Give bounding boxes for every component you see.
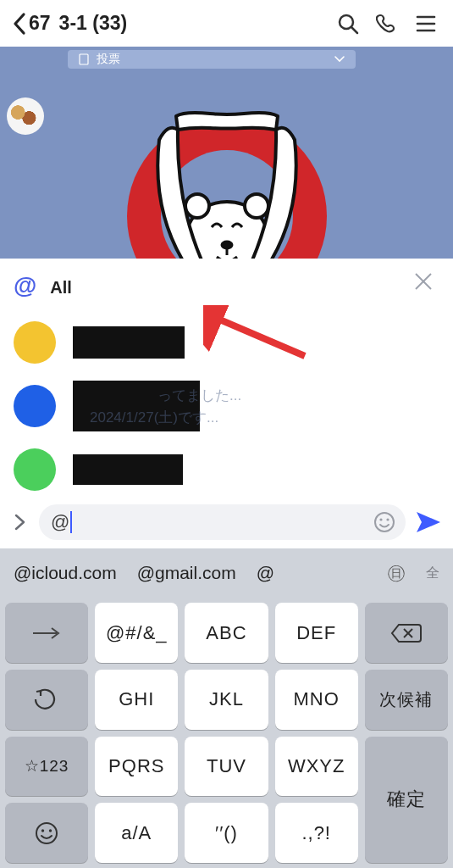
chevron-right-icon xyxy=(14,514,27,531)
suggestion[interactable]: @icloud.com xyxy=(14,563,117,583)
preview-text: ってました... xyxy=(157,386,241,405)
close-button[interactable] xyxy=(412,270,434,292)
backspace-icon xyxy=(390,622,423,644)
emoji-button[interactable] xyxy=(373,511,395,533)
key-punct[interactable]: .,?! xyxy=(275,803,358,863)
pinned-label: 投票 xyxy=(97,52,120,67)
menu-button[interactable] xyxy=(411,8,441,39)
svg-rect-5 xyxy=(80,54,88,64)
back-button[interactable]: 67 xyxy=(12,12,51,36)
chevron-down-icon xyxy=(334,55,345,64)
undo-icon xyxy=(34,687,59,712)
suggestion[interactable]: @ xyxy=(257,563,274,583)
message-input[interactable]: @ xyxy=(39,504,406,540)
user-name-redacted xyxy=(73,454,183,485)
svg-point-19 xyxy=(386,519,389,521)
key-tuv[interactable]: TUV xyxy=(185,737,268,797)
mention-all[interactable]: All xyxy=(50,278,72,298)
key-quotes[interactable]: ′′() xyxy=(185,803,268,863)
suggestion[interactable]: @gmail.com xyxy=(137,563,236,583)
candidate-icon[interactable]: ㊐ xyxy=(387,560,406,586)
svg-point-24 xyxy=(41,829,44,832)
key-wxyz[interactable]: WXYZ xyxy=(275,737,358,797)
preview-text: 2024/1/27(土)です... xyxy=(90,408,218,427)
suggestion-tag: 全 xyxy=(426,565,439,582)
search-icon xyxy=(337,13,359,35)
key-case[interactable]: a/A xyxy=(95,803,178,863)
user-name-redacted xyxy=(73,326,185,359)
key-symbols[interactable]: @#/&_ xyxy=(95,603,178,663)
arrow-right-icon xyxy=(30,625,64,642)
input-value: @ xyxy=(51,511,69,533)
svg-point-10 xyxy=(245,194,268,218)
svg-point-18 xyxy=(379,519,382,521)
svg-line-16 xyxy=(210,315,305,356)
svg-point-23 xyxy=(36,823,57,843)
sticker-image: ok ok xyxy=(117,106,337,259)
key-ghi[interactable]: GHI xyxy=(95,670,178,730)
text-cursor xyxy=(70,511,72,533)
mention-suggestions-panel: @ All ってました... 2024/1/27(土)です... xyxy=(0,259,453,496)
at-icon: @ xyxy=(14,272,36,299)
sender-avatar[interactable] xyxy=(7,97,44,135)
svg-point-17 xyxy=(375,513,394,531)
phone-icon xyxy=(376,13,398,35)
user-avatar xyxy=(14,448,56,491)
user-avatar xyxy=(14,321,56,364)
keyboard-suggestions: @icloud.com @gmail.com @ ㊐ 全 xyxy=(0,548,453,598)
call-button[interactable] xyxy=(372,8,402,39)
send-button[interactable] xyxy=(414,508,443,537)
key-numbers[interactable]: ☆123 xyxy=(5,737,88,797)
unread-count: 67 xyxy=(29,12,51,35)
key-backspace[interactable] xyxy=(365,603,448,663)
svg-point-25 xyxy=(49,829,52,832)
key-confirm[interactable]: 確定 xyxy=(365,737,448,863)
chevron-left-icon xyxy=(12,12,27,36)
mention-item[interactable]: ってました... 2024/1/27(土)です... xyxy=(14,381,439,431)
svg-point-9 xyxy=(185,194,209,218)
key-mno[interactable]: MNO xyxy=(275,670,358,730)
message-input-bar: @ xyxy=(0,496,453,548)
chat-area: 投票 ok ok xyxy=(0,47,453,259)
mention-item[interactable] xyxy=(14,448,439,491)
key-def[interactable]: DEF xyxy=(275,603,358,663)
keyboard: @icloud.com @gmail.com @ ㊐ 全 @#/&_ ABC D… xyxy=(0,548,453,868)
expand-button[interactable] xyxy=(10,512,30,532)
svg-point-11 xyxy=(222,242,232,248)
emoji-icon xyxy=(34,821,59,846)
key-emoji[interactable] xyxy=(5,803,88,863)
annotation-arrow xyxy=(203,305,313,373)
menu-icon xyxy=(416,14,436,33)
chat-title: 3-1 (33) xyxy=(59,12,128,35)
user-avatar xyxy=(14,385,56,427)
key-next-candidate[interactable]: 次候補 xyxy=(365,670,448,730)
pinned-bar[interactable]: 投票 xyxy=(68,50,356,69)
key-undo[interactable] xyxy=(5,670,88,730)
svg-line-1 xyxy=(351,27,357,33)
doc-icon xyxy=(78,53,90,65)
key-tab[interactable] xyxy=(5,603,88,663)
send-icon xyxy=(415,510,442,534)
search-button[interactable] xyxy=(333,8,363,39)
key-abc[interactable]: ABC xyxy=(185,603,268,663)
key-jkl[interactable]: JKL xyxy=(185,670,268,730)
key-pqrs[interactable]: PQRS xyxy=(95,737,178,797)
